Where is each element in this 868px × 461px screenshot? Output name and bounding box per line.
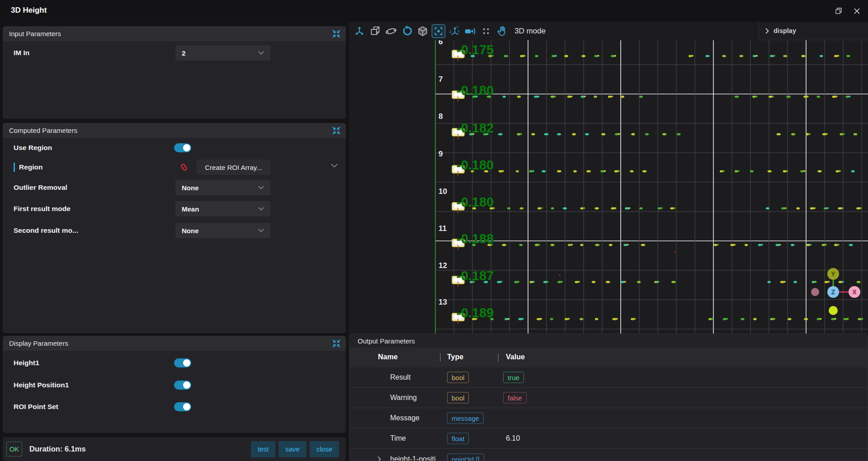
create-roi-array-button[interactable]: Create ROI Array... [197,160,270,175]
row-outlier-removal: Outlier Removal None [3,179,346,196]
collapse-panel-icon[interactable] [331,126,341,136]
type-badge: point3d [] [447,453,484,461]
column-name: Name [378,353,398,361]
use-region-toggle[interactable] [174,143,191,152]
selected-row-accent [14,163,15,172]
svg-text:Y: Y [456,25,458,29]
svg-text:8: 8 [439,112,443,121]
output-table-header: Name Type Value [349,348,868,367]
rotate-ccw-icon[interactable] [400,24,414,38]
table-row-height-1-position[interactable]: height-1-positi point3d [] [349,449,868,461]
height1-label: Height1 [14,359,39,367]
pan-hand-icon[interactable] [495,24,509,38]
svg-text:9: 9 [439,150,443,158]
drag-dots-icon[interactable] [479,24,493,38]
table-row-warning[interactable]: Warning bool false [349,388,868,408]
svg-text:-0.180: -0.180 [457,158,494,172]
svg-text:X: X [458,29,460,33]
computed-parameters-panel: Computed Parameters Use Region Region Cr… [3,123,346,333]
svg-text:Y: Y [831,270,835,278]
collapse-panel-icon[interactable] [331,29,341,39]
row-height1: Height1 [3,355,346,371]
chevron-down-icon [258,229,264,232]
table-row-result[interactable]: Result bool true [349,367,868,388]
svg-text:-0.188: -0.188 [457,231,494,246]
svg-text:X: X [852,288,857,296]
height-position1-label: Height Position1 [14,381,69,389]
im-in-dropdown[interactable]: 2 [175,45,270,61]
svg-text:Z: Z [831,288,835,296]
orbit-icon[interactable] [384,24,398,38]
focus-center-icon[interactable] [432,24,445,38]
svg-text:6: 6 [439,40,443,46]
column-value: Value [506,353,525,361]
input-parameters-panel: Input Parameters IM In 2 [3,26,346,119]
computed-parameters-header: Computed Parameters [3,123,346,138]
use-region-label: Use Region [14,144,52,152]
panel-title: Computed Parameters [9,127,331,134]
chevron-down-icon[interactable] [331,164,338,168]
camera-projection-icon[interactable] [463,24,477,38]
output-panel-title: Output Parameters [358,337,415,345]
output-parameters-panel: Output Parameters Name Type Value Result… [349,334,868,461]
row-second-result-mode: Second result mo... None [3,222,346,239]
row-region: Region Create ROI Array... [3,159,346,175]
height-position1-toggle[interactable] [174,381,191,390]
column-separator [498,353,499,362]
collapse-panel-icon[interactable] [331,339,341,348]
first-result-mode-value: Mean [182,205,258,213]
svg-text:11: 11 [439,224,447,233]
close-button[interactable]: close [310,441,339,457]
unlink-icon[interactable] [179,163,189,172]
duration-text: Duration: 6.1ms [29,445,251,453]
second-result-mode-dropdown[interactable]: None [175,223,270,238]
svg-text:12: 12 [439,261,447,270]
axes-3d-icon[interactable] [353,24,366,38]
value-badge: false [503,392,527,404]
cube-icon[interactable] [416,24,429,38]
test-button[interactable]: test [251,441,275,457]
point-cloud-grid[interactable]: 678910111213-0.175-0.180-0.182-0.180-0.1… [349,40,868,334]
table-row-message[interactable]: Message message [349,408,868,428]
viewer-mode-label: 3D mode [514,27,546,36]
row-height-position1: Height Position1 [3,377,346,393]
row-im-in: IM In 2 [3,45,346,61]
chevron-right-icon [765,28,769,34]
second-result-mode-label: Second result mo... [14,226,78,235]
expand-chevron-icon[interactable] [377,456,381,461]
height1-toggle[interactable] [174,358,191,367]
row-name: Result [390,373,410,381]
svg-text:7: 7 [439,75,443,84]
display-panel-label: display [774,27,796,34]
value-badge: true [503,372,524,383]
roi-point-set-label: ROI Point Set [14,403,58,411]
outlier-removal-value: None [182,184,258,192]
svg-text:10: 10 [439,187,447,196]
type-badge: bool [447,392,469,404]
restore-window-icon[interactable] [832,5,845,17]
second-result-mode-value: None [182,227,258,235]
chevron-down-icon [258,186,264,189]
cube-pair-icon[interactable] [368,24,382,38]
column-separator [440,353,441,362]
axis-xyz-icon[interactable]: Y Z X [448,24,461,38]
save-button[interactable]: save [278,441,307,457]
first-result-mode-dropdown[interactable]: Mean [175,201,270,216]
svg-text:-0.187: -0.187 [457,268,494,283]
table-row-time[interactable]: Time float 6.10 [349,428,868,449]
display-settings-panel[interactable]: display [759,22,868,40]
input-parameters-header: Input Parameters [3,26,346,41]
outlier-removal-dropdown[interactable]: None [175,180,270,195]
roi-point-set-toggle[interactable] [174,402,191,411]
outlier-removal-label: Outlier Removal [14,183,67,192]
close-window-icon[interactable] [850,5,863,17]
column-type: Type [447,353,463,361]
value-text: 6.10 [506,434,520,442]
3d-viewer[interactable]: Y Z X 3D mode dis [349,22,868,334]
im-in-value: 2 [182,49,258,57]
row-name: Time [390,434,406,442]
panel-title: Display Parameters [9,339,331,347]
row-roi-point-set: ROI Point Set [3,399,346,415]
svg-text:-0.175: -0.175 [457,42,494,57]
row-name: height-1-positi [390,455,436,461]
